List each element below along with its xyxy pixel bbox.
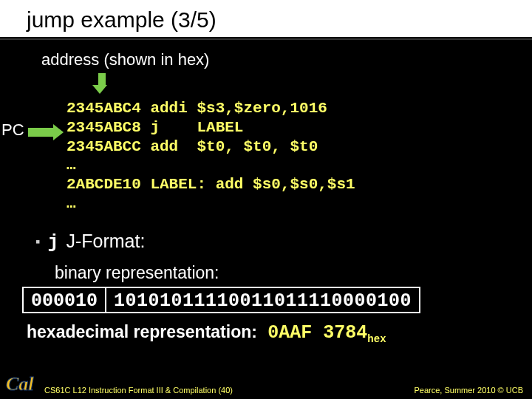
hex-value: 0AAF 3784 [267, 322, 367, 344]
assembly-code: 2345ABC4 addi $s3,$zero,1016 2345ABC8 j … [66, 99, 355, 214]
hex-row: hexadecimal representation: 0AAF 3784hex [27, 322, 386, 345]
arrow-down-icon [96, 73, 107, 94]
binary-target: 10101011110011011110000100 [106, 288, 419, 312]
address-subheading: address (shown in hex) [41, 50, 532, 69]
j-mnemonic: j [47, 232, 58, 253]
j-format-bullet: ▪ j J-Format: [35, 231, 145, 253]
slide-title: jump example (3/5) [0, 0, 532, 38]
arrow-right-icon [28, 124, 64, 140]
footer-right: Pearce, Summer 2010 © UCB [415, 386, 524, 395]
binary-opcode: 000010 [24, 288, 106, 312]
binary-representation-box: 000010 10101011110011011110000100 [22, 287, 420, 313]
j-format-text: J-Format: [66, 231, 145, 252]
slide-footer: CS61C L12 Instruction Format III & Compi… [0, 386, 532, 395]
bullet-square-icon: ▪ [35, 234, 40, 250]
binary-representation-label: binary representation: [55, 263, 219, 283]
hex-subscript: hex [367, 333, 386, 345]
pc-label: PC [1, 120, 24, 140]
footer-left: CS61C L12 Instruction Format III & Compi… [44, 386, 233, 395]
hex-label: hexadecimal representation: [27, 322, 257, 341]
